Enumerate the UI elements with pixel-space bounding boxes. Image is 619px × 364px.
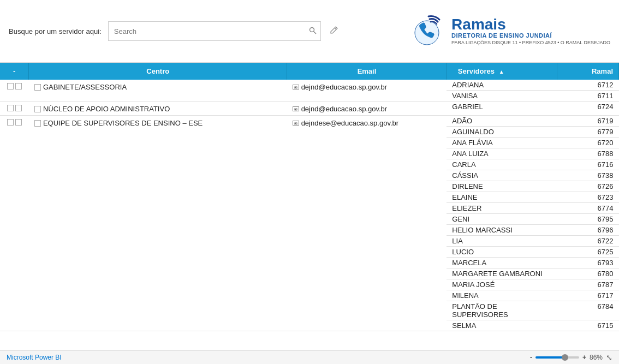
cell-ramal: 6712	[557, 80, 619, 91]
logo-section: Ramais DIRETORIA DE ENSINO JUNDIAÍ PARA …	[408, 12, 610, 50]
cell-ramal: 6784	[557, 301, 619, 320]
logo-title: Ramais	[451, 17, 610, 32]
logo-info: PARA LIGAÇÕES DISQUE 11 • PREFIXO 4523 •…	[451, 40, 610, 45]
cell-ramal: 6719	[557, 116, 619, 127]
bottom-bar: Microsoft Power BI - + 86% ⤡	[0, 350, 619, 364]
table-row: EQUIPE DE SUPERVISORES DE ENSINO – ESE✉d…	[0, 116, 619, 127]
search-section: Busque por um servidor aqui:	[9, 21, 341, 41]
cell-ramal: 6724	[557, 102, 619, 116]
cell-servidor: CÁSSIA	[447, 170, 557, 181]
cell-email: ✉dejndese@educacao.sp.gov.br	[287, 116, 447, 331]
cell-servidor: ADÃO	[447, 116, 557, 127]
cell-servidor: PLANTÃO DE SUPERVISORES	[447, 301, 557, 320]
zoom-controls: - + 86% ⤡	[530, 353, 612, 362]
cell-servidor: AGUINALDO	[447, 127, 557, 138]
cell-ramal: 6711	[557, 91, 619, 102]
cell-servidor: DIRLENE	[447, 181, 557, 192]
zoom-slider-track[interactable]	[535, 356, 579, 359]
col-header-servidores: Servidores ▲	[447, 63, 557, 80]
fullscreen-icon[interactable]: ⤡	[606, 353, 612, 362]
header: Busque por um servidor aqui:	[0, 0, 619, 63]
logo-phone-icon	[408, 12, 446, 50]
cell-servidor: GABRIEL	[447, 102, 557, 116]
cell-ramal: 6723	[557, 192, 619, 203]
cell-servidor: MARGARETE GAMBARONI	[447, 268, 557, 279]
zoom-level-label: 86%	[590, 354, 603, 361]
cell-centro: NÚCLEO DE APOIO ADMINISTRATIVO	[29, 102, 287, 116]
zoom-slider-handle[interactable]	[562, 354, 568, 361]
table-row: GABINETE/ASSESSORIA✉dejnd@educacao.sp.go…	[0, 80, 619, 91]
table-row: NÚCLEO DE APOIO ADMINISTRATIVO✉dejnd@edu…	[0, 102, 619, 116]
row-expand-cell[interactable]	[0, 102, 29, 116]
logo-text: Ramais DIRETORIA DE ENSINO JUNDIAÍ PARA …	[451, 17, 610, 45]
table-header-row: - Centro Email Servidores ▲ Ramal	[0, 63, 619, 80]
cell-servidor: LIA	[447, 236, 557, 247]
cell-ramal: 6793	[557, 258, 619, 268]
row-expand-cell[interactable]	[0, 80, 29, 102]
col-header-email: Email	[287, 63, 447, 80]
zoom-plus-label[interactable]: +	[582, 354, 586, 361]
cell-servidor: ADRIANA	[447, 80, 557, 91]
cell-email: ✉dejnd@educacao.sp.gov.br	[287, 102, 447, 116]
svg-point-0	[310, 27, 314, 32]
cell-ramal: 6780	[557, 268, 619, 279]
svg-line-1	[313, 31, 316, 34]
cell-servidor: HELIO MARCASSI	[447, 225, 557, 236]
cell-servidor: CARLA	[447, 159, 557, 170]
search-input[interactable]	[108, 21, 321, 41]
svg-point-2	[415, 21, 439, 45]
cell-ramal: 6788	[557, 148, 619, 159]
cell-ramal: 6726	[557, 181, 619, 192]
pencil-button[interactable]	[328, 23, 341, 39]
cell-email: ✉dejnd@educacao.sp.gov.br	[287, 80, 447, 102]
pencil-icon	[330, 26, 338, 34]
logo-subtitle: DIRETORIA DE ENSINO JUNDIAÍ	[451, 32, 610, 39]
cell-ramal: 6717	[557, 290, 619, 301]
cell-servidor: ANA LUIZA	[447, 148, 557, 159]
row-expand-cell[interactable]	[0, 116, 29, 331]
cell-servidor: VANISA	[447, 91, 557, 102]
cell-ramal: 6738	[557, 170, 619, 181]
cell-servidor: ANA FLÁVIA	[447, 138, 557, 148]
cell-centro: EQUIPE DE SUPERVISORES DE ENSINO – ESE	[29, 116, 287, 331]
cell-servidor: MARIA JOSÉ	[447, 279, 557, 290]
zoom-minus-label[interactable]: -	[530, 354, 532, 361]
cell-servidor: ELIEZER	[447, 203, 557, 214]
zoom-slider-fill	[535, 356, 566, 359]
cell-servidor: MILENA	[447, 290, 557, 301]
cell-ramal: 6774	[557, 203, 619, 214]
main-table: - Centro Email Servidores ▲ Ramal GABINE…	[0, 63, 619, 331]
table-body: GABINETE/ASSESSORIA✉dejnd@educacao.sp.go…	[0, 80, 619, 331]
cell-ramal: 6725	[557, 247, 619, 258]
col-header-ramal: Ramal	[557, 63, 619, 80]
col-header-centro: Centro	[29, 63, 287, 80]
sort-arrow-icon: ▲	[499, 69, 504, 75]
cell-ramal: 6779	[557, 127, 619, 138]
cell-ramal: 6795	[557, 214, 619, 225]
cell-servidor: ELAINE	[447, 192, 557, 203]
powerbi-link[interactable]: Microsoft Power BI	[7, 354, 62, 361]
cell-ramal: 6796	[557, 225, 619, 236]
cell-ramal: 6720	[557, 138, 619, 148]
search-label: Busque por um servidor aqui:	[9, 27, 102, 35]
search-wrapper	[108, 21, 321, 41]
cell-ramal: 6715	[557, 320, 619, 331]
cell-servidor: GENI	[447, 214, 557, 225]
search-icon-button[interactable]	[308, 26, 318, 37]
col-header-minus[interactable]: -	[0, 63, 29, 80]
cell-servidor: MARCELA	[447, 258, 557, 268]
cell-ramal: 6722	[557, 236, 619, 247]
table-container: - Centro Email Servidores ▲ Ramal GABINE…	[0, 63, 619, 350]
cell-servidor: LUCIO	[447, 247, 557, 258]
cell-ramal: 6716	[557, 159, 619, 170]
cell-servidor: SELMA	[447, 320, 557, 331]
cell-centro: GABINETE/ASSESSORIA	[29, 80, 287, 102]
cell-ramal: 6787	[557, 279, 619, 290]
search-icon	[309, 27, 317, 34]
